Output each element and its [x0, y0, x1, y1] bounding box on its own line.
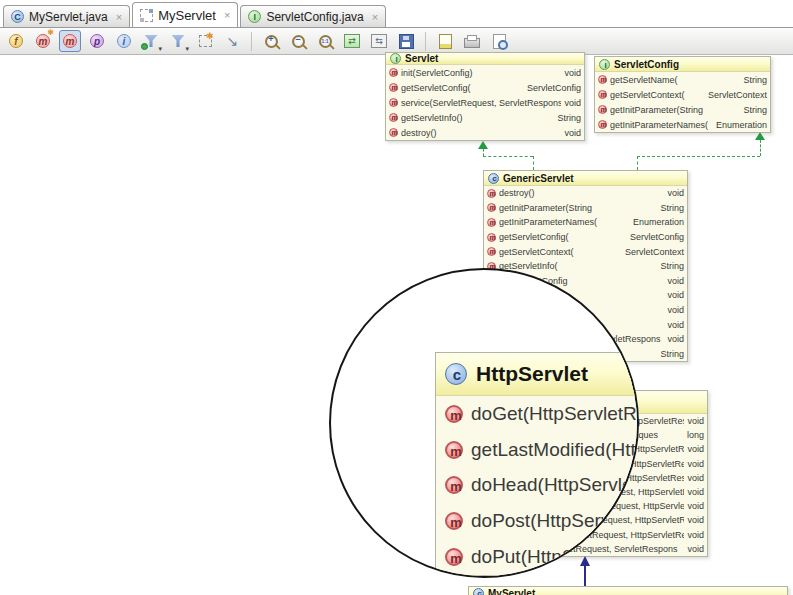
- method-icon: [487, 218, 496, 227]
- method-icon: [487, 247, 496, 256]
- method-type: ServletConfig: [627, 232, 684, 242]
- uml-class-myservlet[interactable]: MyServlet: [468, 586, 788, 595]
- method-type: void: [561, 68, 581, 78]
- realization-arrowhead: [755, 132, 765, 140]
- print-preview-button[interactable]: [488, 30, 510, 52]
- class-title: ServletConfig: [614, 59, 679, 70]
- method-type: ServletContext: [622, 247, 684, 257]
- show-constructors-button[interactable]: m✱: [32, 30, 54, 52]
- magnify-node-button[interactable]: ✱: [194, 30, 216, 52]
- magnifier-loupe: HttpServlet doGet(HttpServletRequest, Ht…: [329, 268, 639, 578]
- editor-tab-bar: C MyServlet.java × MyServlet × I Servlet…: [0, 0, 793, 28]
- layout-icon: ⇆: [371, 34, 387, 48]
- actual-size-button[interactable]: 1:1: [314, 30, 336, 52]
- visibility-filter-button[interactable]: ▾: [167, 30, 189, 52]
- method-name: getLastModified(HttpServletReques: [471, 439, 639, 461]
- method-row: getServletConfig(ServletConfig: [386, 80, 584, 95]
- method-name: doHead(HttpServletRequest, HttpServletRe…: [471, 474, 639, 496]
- method-icon: [389, 128, 398, 137]
- method-type: void: [684, 530, 704, 540]
- method-row: getInitParameterNames(Enumeration: [595, 117, 770, 132]
- method-name: getInitParameter(String: [610, 105, 703, 115]
- class-header: GenericServlet: [484, 171, 687, 186]
- method-icon: [445, 405, 463, 423]
- method-type: void: [684, 444, 704, 454]
- apply-layout-button[interactable]: ⇆: [368, 30, 390, 52]
- close-icon[interactable]: ×: [116, 11, 122, 23]
- method-name: getServletContext(: [499, 247, 574, 257]
- method-type: Enumeration: [713, 120, 767, 130]
- fit-content-icon: ⇄: [344, 34, 360, 48]
- method-type: void: [684, 459, 704, 469]
- show-methods-button[interactable]: m: [59, 30, 81, 52]
- diagram-canvas[interactable]: Servlet init(ServletConfig)void getServl…: [0, 56, 793, 595]
- save-diagram-button[interactable]: [395, 30, 417, 52]
- method-icon: [389, 113, 398, 122]
- method-name: destroy(): [401, 128, 437, 138]
- class-header: ServletConfig: [595, 57, 770, 72]
- method-name: getServletContext(: [610, 90, 685, 100]
- green-dot-icon: [141, 43, 148, 50]
- minus-sign: –: [294, 34, 303, 44]
- export-file-icon: [439, 34, 452, 49]
- zoom-out-button[interactable]: –: [287, 30, 309, 52]
- class-header: HttpServlet: [436, 353, 639, 396]
- ide-window: C MyServlet.java × MyServlet × I Servlet…: [0, 0, 793, 595]
- class-title: HttpServlet: [476, 362, 588, 386]
- method-type: void: [664, 276, 684, 286]
- toolbar-separator: [425, 32, 426, 51]
- floppy-disk-icon: [399, 34, 414, 49]
- zoom-in-button[interactable]: +: [260, 30, 282, 52]
- method-type: void: [561, 128, 581, 138]
- realization-edge: [533, 156, 534, 170]
- method-row: destroy()void: [386, 125, 584, 140]
- zoom-in-icon: +: [265, 35, 278, 48]
- method-row: getServletContext(ServletContext: [484, 244, 687, 259]
- method-type: ServletConfig: [524, 83, 581, 93]
- close-icon[interactable]: ×: [224, 9, 230, 21]
- method-row: doGet(HttpServletRequest, HttpServletRes…: [436, 396, 639, 432]
- diagram-toolbar: f m✱ m p i ▾ ▾ ✱ ↘ + – 1:1 ⇄ ⇆: [0, 28, 793, 55]
- method-row: getServletInfo()String: [386, 110, 584, 125]
- method-type: void: [664, 320, 684, 330]
- inner-class-icon: i: [117, 34, 131, 48]
- zoom-out-icon: –: [292, 35, 305, 48]
- method-type: String: [657, 203, 684, 213]
- plus-sign: +: [267, 34, 276, 44]
- method-row: getServletContext(ServletContext: [595, 87, 770, 102]
- method-type: long: [684, 430, 704, 440]
- inheritance-arrowhead: [580, 556, 590, 566]
- class-icon: [473, 588, 484, 595]
- class-title: Servlet: [405, 53, 438, 64]
- actual-size-icon: 1:1: [319, 35, 332, 48]
- method-type: void: [664, 188, 684, 198]
- method-icon: [445, 476, 463, 494]
- export-to-file-button[interactable]: [434, 30, 456, 52]
- show-inner-classes-button[interactable]: i: [113, 30, 135, 52]
- method-icon: [389, 83, 398, 92]
- realization-edge: [637, 156, 638, 170]
- close-icon[interactable]: ×: [372, 11, 378, 23]
- show-dependencies-button[interactable]: ▾: [140, 30, 162, 52]
- realization-edge: [637, 156, 760, 157]
- printer-icon: [464, 38, 480, 48]
- edge-style-button[interactable]: ↘: [221, 30, 243, 52]
- uml-class-servlet[interactable]: Servlet init(ServletConfig)void getServl…: [385, 52, 585, 141]
- show-properties-button[interactable]: p: [86, 30, 108, 52]
- tab-myservlet-diagram[interactable]: MyServlet ×: [132, 2, 238, 27]
- class-title: GenericServlet: [503, 173, 574, 184]
- show-fields-button[interactable]: f: [5, 30, 27, 52]
- tab-myservlet-java[interactable]: C MyServlet.java ×: [3, 5, 130, 27]
- fit-content-button[interactable]: ⇄: [341, 30, 363, 52]
- print-button[interactable]: [461, 30, 483, 52]
- star-overlay-icon: ✱: [206, 32, 214, 40]
- method-icon: [598, 105, 607, 114]
- one-to-one-sign: 1:1: [321, 38, 330, 44]
- star-overlay-icon: ✱: [47, 29, 54, 37]
- property-icon: p: [90, 34, 104, 48]
- method-type: void: [664, 305, 684, 315]
- tab-servletconfig-java[interactable]: I ServletConfig.java ×: [240, 5, 386, 27]
- uml-class-servletconfig[interactable]: ServletConfig getServletName(String getS…: [594, 56, 771, 133]
- method-icon: [389, 98, 398, 107]
- method-type: String: [657, 349, 684, 359]
